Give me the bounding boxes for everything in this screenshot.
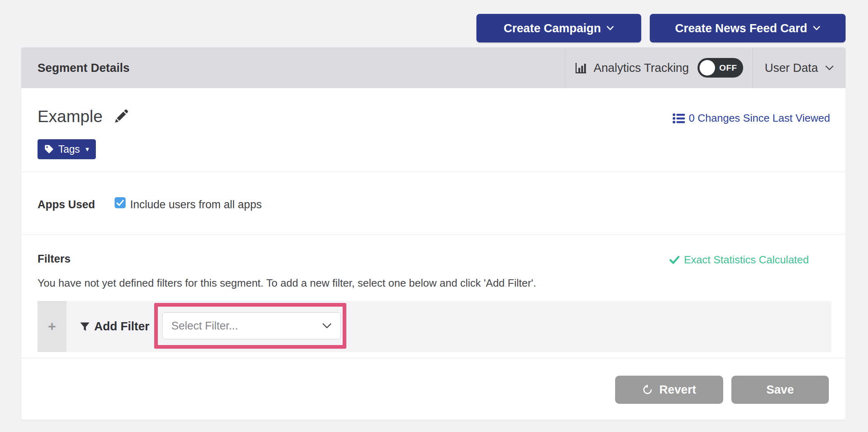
add-filter-label: Add Filter (94, 320, 149, 333)
create-campaign-button[interactable]: Create Campaign (476, 14, 641, 42)
create-news-feed-card-label: Create News Feed Card (675, 22, 807, 35)
card-header: Segment Details Analytics Tracking (21, 47, 846, 88)
save-button-label: Save (766, 383, 794, 396)
add-filter-row: + Add Filter Select Filter... (38, 301, 831, 352)
segment-title-row: Example (38, 107, 128, 126)
include-all-apps-checkbox[interactable] (115, 197, 126, 208)
revert-button-label: Revert (659, 383, 696, 396)
toggle-knob (700, 60, 715, 76)
chevron-down-icon (607, 26, 614, 31)
chevron-down-icon (813, 26, 820, 31)
segment-details-card: Segment Details Analytics Tracking (21, 47, 846, 420)
segment-name: Example (38, 107, 103, 126)
revert-button[interactable]: Revert (615, 376, 723, 404)
include-all-apps-label: Include users from all apps (130, 198, 262, 211)
analytics-tracking-group: Analytics Tracking OFF (565, 47, 753, 88)
exact-statistics-label: Exact Statistics Calculated (684, 254, 809, 266)
annotation-highlight-box: Select Filter... (154, 303, 346, 349)
caret-down-icon: ▾ (86, 145, 89, 154)
user-data-menu[interactable]: User Data (753, 47, 846, 88)
create-campaign-label: Create Campaign (504, 22, 601, 35)
check-icon (669, 256, 680, 264)
tags-button-label: Tags (58, 143, 80, 155)
create-news-feed-card-button[interactable]: Create News Feed Card (650, 14, 846, 42)
tags-button[interactable]: Tags ▾ (38, 139, 96, 159)
undo-icon (642, 384, 653, 395)
chevron-down-icon (825, 65, 834, 71)
analytics-tracking-label: Analytics Tracking (593, 61, 689, 75)
check-icon (116, 200, 124, 206)
chevron-down-icon (322, 323, 332, 329)
funnel-icon (80, 322, 90, 331)
filters-help-text: You have not yet defined filters for thi… (38, 277, 536, 289)
pencil-icon[interactable] (113, 109, 128, 124)
user-data-label: User Data (765, 61, 818, 75)
divider (21, 171, 846, 172)
filter-select-placeholder: Select Filter... (171, 320, 238, 332)
add-filter-label-group: Add Filter (80, 301, 149, 352)
tag-icon (44, 145, 54, 154)
apps-used-label: Apps Used (38, 198, 95, 211)
page: Create Campaign Create News Feed Card Se… (0, 0, 868, 432)
analytics-tracking-toggle[interactable]: OFF (698, 58, 743, 78)
changes-link-label: 0 Changes Since Last Viewed (689, 112, 830, 125)
divider (21, 234, 846, 235)
divider (21, 358, 846, 359)
save-button[interactable]: Save (731, 376, 829, 404)
plus-icon: + (48, 318, 56, 334)
filter-select[interactable]: Select Filter... (162, 312, 341, 339)
add-filter-plus-button[interactable]: + (38, 301, 66, 352)
list-icon (673, 113, 685, 124)
exact-statistics-status: Exact Statistics Calculated (669, 254, 809, 266)
filters-section-label: Filters (38, 253, 71, 265)
page-title: Segment Details (38, 61, 130, 75)
changes-since-last-viewed-link[interactable]: 0 Changes Since Last Viewed (673, 112, 830, 125)
toggle-state-label: OFF (719, 58, 737, 78)
bar-chart-icon (575, 62, 587, 74)
